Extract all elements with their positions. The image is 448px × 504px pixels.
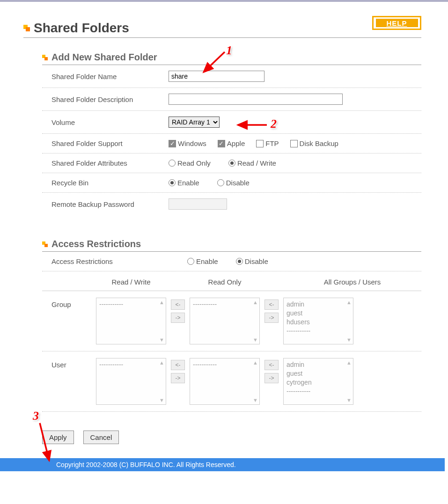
folder-name-input[interactable] bbox=[169, 71, 264, 82]
support-windows-label: Windows bbox=[178, 139, 206, 147]
attrs-label: Shared Folder Attributes bbox=[51, 159, 169, 167]
scroll-up-icon: ▲ bbox=[346, 299, 352, 305]
footer-copyright: Copyright 2002-2008 (C) BUFFALO INC. All… bbox=[0, 458, 445, 471]
scroll-up-icon: ▲ bbox=[159, 299, 164, 305]
scroll-up-icon: ▲ bbox=[346, 360, 352, 365]
title-icon bbox=[23, 25, 30, 31]
list-item: ----------- bbox=[193, 360, 252, 369]
list-item: ----------- bbox=[286, 327, 345, 336]
scroll-up-icon: ▲ bbox=[159, 360, 164, 365]
section-title-access: Access Restrictions bbox=[51, 239, 141, 249]
radio-icon bbox=[236, 258, 243, 265]
radio-icon bbox=[217, 179, 224, 186]
scroll-up-icon: ▲ bbox=[253, 360, 258, 365]
user-row-label: User bbox=[51, 358, 96, 405]
support-diskbackup-checkbox[interactable]: Disk Backup bbox=[290, 139, 338, 147]
list-item: admin bbox=[286, 360, 345, 369]
user-ro-listbox[interactable]: ▲ ----------- ▼ bbox=[190, 358, 260, 405]
list-item: ----------- bbox=[99, 360, 158, 369]
list-item: ----------- bbox=[286, 387, 345, 396]
list-item: ----------- bbox=[99, 300, 158, 309]
col-header-ro: Read Only bbox=[190, 278, 260, 286]
recycle-label: Recycle Bin bbox=[51, 179, 169, 187]
group-move-left-button[interactable]: <- bbox=[171, 299, 185, 310]
checkbox-icon: ✓ bbox=[169, 140, 176, 147]
scroll-down-icon: ▼ bbox=[346, 337, 352, 343]
checkbox-icon: ✓ bbox=[218, 140, 225, 147]
col-header-all: All Groups / Users bbox=[283, 278, 421, 286]
radio-icon bbox=[169, 179, 176, 186]
support-ftp-checkbox[interactable]: FTP bbox=[256, 139, 279, 147]
section-icon bbox=[42, 55, 48, 60]
group-ro-listbox[interactable]: ▲ ----------- ▼ bbox=[190, 298, 260, 344]
group-all-move-right-button[interactable]: -> bbox=[264, 313, 279, 323]
user-move-left-button[interactable]: <- bbox=[171, 360, 185, 370]
cancel-button[interactable]: Cancel bbox=[83, 431, 119, 444]
list-item: hdusers bbox=[286, 318, 345, 327]
list-item: ----------- bbox=[193, 300, 252, 309]
col-header-rw: Read / Write bbox=[96, 278, 166, 286]
scroll-down-icon: ▼ bbox=[159, 337, 164, 343]
apply-button[interactable]: Apply bbox=[42, 431, 74, 444]
recycle-enable-label: Enable bbox=[177, 179, 199, 187]
help-label: HELP bbox=[376, 19, 418, 27]
section-icon bbox=[42, 241, 48, 247]
section-title-add: Add New Shared Folder bbox=[51, 52, 157, 63]
support-label: Shared Folder Support bbox=[51, 139, 169, 147]
group-row-label: Group bbox=[51, 298, 96, 344]
volume-label: Volume bbox=[51, 118, 169, 126]
support-ftp-label: FTP bbox=[265, 139, 279, 147]
scroll-up-icon: ▲ bbox=[253, 299, 258, 305]
list-item: guest bbox=[286, 369, 345, 378]
attrs-readwrite-radio[interactable]: Read / Write bbox=[228, 159, 276, 167]
scroll-down-icon: ▼ bbox=[253, 337, 258, 343]
attrs-readonly-radio[interactable]: Read Only bbox=[169, 159, 211, 167]
folder-desc-label: Shared Folder Description bbox=[51, 95, 169, 103]
user-all-move-right-button[interactable]: -> bbox=[264, 373, 279, 383]
list-item: cytrogen bbox=[286, 378, 345, 387]
scroll-down-icon: ▼ bbox=[159, 397, 164, 403]
access-enable-radio[interactable]: Enable bbox=[187, 257, 218, 265]
access-restrictions-label: Access Restrictions bbox=[51, 257, 187, 265]
scroll-down-icon: ▼ bbox=[346, 397, 352, 403]
radio-icon bbox=[187, 258, 194, 265]
recycle-disable-label: Disable bbox=[226, 179, 250, 187]
user-all-move-left-button[interactable]: <- bbox=[264, 360, 279, 370]
radio-icon bbox=[169, 160, 176, 167]
attrs-rw-label: Read / Write bbox=[237, 159, 276, 167]
group-rw-listbox[interactable]: ▲ ----------- ▼ bbox=[96, 298, 166, 344]
recycle-disable-radio[interactable]: Disable bbox=[217, 179, 250, 187]
access-disable-radio[interactable]: Disable bbox=[236, 257, 268, 265]
radio-icon bbox=[228, 160, 235, 167]
title-divider bbox=[23, 37, 421, 38]
group-all-listbox[interactable]: ▲ admin guest hdusers ----------- ▼ bbox=[283, 298, 353, 344]
volume-select[interactable]: RAID Array 1 bbox=[169, 117, 220, 128]
folder-name-label: Shared Folder Name bbox=[51, 73, 169, 80]
list-item: guest bbox=[286, 309, 345, 318]
support-apple-checkbox[interactable]: ✓Apple bbox=[218, 139, 245, 147]
checkbox-icon bbox=[290, 140, 298, 147]
support-diskbackup-label: Disk Backup bbox=[300, 139, 338, 147]
attrs-ro-label: Read Only bbox=[177, 159, 211, 167]
checkbox-icon bbox=[256, 140, 264, 147]
remote-pw-label: Remote Backup Password bbox=[51, 200, 169, 208]
user-all-listbox[interactable]: ▲ admin guest cytrogen ----------- ▼ bbox=[283, 358, 353, 405]
list-item: admin bbox=[286, 300, 345, 309]
folder-desc-input[interactable] bbox=[169, 94, 343, 105]
group-all-move-left-button[interactable]: <- bbox=[264, 299, 279, 310]
group-move-right-button[interactable]: -> bbox=[171, 313, 185, 323]
user-rw-listbox[interactable]: ▲ ----------- ▼ bbox=[96, 358, 166, 405]
support-apple-label: Apple bbox=[227, 139, 245, 147]
user-move-right-button[interactable]: -> bbox=[171, 373, 185, 383]
access-disable-label: Disable bbox=[245, 257, 268, 265]
remote-pw-input[interactable] bbox=[169, 198, 227, 210]
page-title: Shared Folders bbox=[34, 21, 129, 36]
access-enable-label: Enable bbox=[196, 257, 218, 265]
scroll-down-icon: ▼ bbox=[253, 397, 258, 403]
help-button[interactable]: HELP bbox=[372, 16, 421, 30]
recycle-enable-radio[interactable]: Enable bbox=[169, 179, 199, 187]
support-windows-checkbox[interactable]: ✓Windows bbox=[169, 139, 206, 147]
